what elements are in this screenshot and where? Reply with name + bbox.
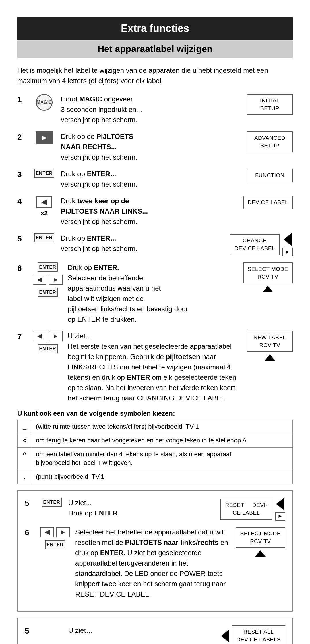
enter-icon-6a: ENTER — [38, 262, 58, 272]
step-5: 5 ENTER Druk op ENTER...verschijnt op he… — [17, 233, 293, 256]
step-7: 7 ◀ ► ENTER U ziet…Het eerste teken van … — [17, 331, 293, 403]
screen-advanced-setup: ADVANCEDSETUP — [247, 131, 293, 152]
screen-reset-all-wrapper: RESET ALLDEVICE LABELS — [221, 625, 285, 644]
step-text-3: Druk op ENTER...verschijnt op het scherm… — [61, 169, 242, 189]
box1-arrow-left-icon: ◀ — [40, 527, 54, 537]
step-num-3: 3 — [17, 169, 28, 179]
x2-label: x2 — [41, 210, 48, 217]
arrow-right-icon-7: ► — [49, 331, 63, 341]
screen-change-device-label: CHANGEDEVICE LABEL — [230, 234, 280, 255]
box1-step-icon-5: ENTER — [40, 498, 63, 507]
section-title: Het apparaatlabel wijzigen — [17, 40, 293, 58]
box1-arrow-icons-row: ◀ ► — [40, 527, 70, 537]
arrow-indicator-left — [284, 233, 292, 246]
step-1: 1 MAGIC Houd MAGIC ongeveer3 seconden in… — [17, 94, 293, 125]
enter-icon-7: ENTER — [38, 344, 58, 353]
right-side-arrows: ► — [282, 233, 293, 256]
symbol-char-caret: ^ — [18, 447, 32, 470]
step-4: 4 ◀ x2 Druk twee keer op dePIJLTOETS NAA… — [17, 196, 293, 227]
page: Extra functies Het apparaatlabel wijzige… — [0, 0, 310, 644]
symbol-desc-underscore: (witte ruimte tussen twee tekens/cijfers… — [32, 420, 293, 434]
step-text-6: Druk op ENTER.Selecteer de betreffendeap… — [68, 262, 238, 325]
symbol-char-dot: . — [18, 470, 32, 484]
arrow-icons-row-7: ◀ ► — [33, 331, 63, 341]
magic-icon: MAGIC — [36, 94, 53, 111]
screen-col-6: SELECT MODERCV TV — [243, 262, 293, 292]
triangle-up-6 — [263, 286, 273, 292]
arrow-right-filled-icon: ► — [36, 131, 53, 144]
box2-step-num-5: 5 — [25, 625, 35, 636]
step-text-5: Druk op ENTER...verschijnt op het scherm… — [61, 233, 225, 254]
step-num-5: 5 — [17, 233, 28, 244]
symbol-desc-dot: (punt) bijvoorbeeld TV.1 — [32, 470, 293, 484]
arrow-right-small-icon: ► — [282, 248, 293, 256]
step-num-7: 7 — [17, 331, 28, 341]
arrow-icons-row-6: ◀ ► — [33, 275, 63, 285]
symbols-header: U kunt ook een van de volgende symbolen … — [17, 410, 293, 417]
step-icon-7: ◀ ► ENTER — [33, 331, 63, 353]
step-num-2: 2 — [17, 131, 28, 142]
enter-icon-b1-5: ENTER — [42, 498, 62, 507]
intro-text: Het is mogelijk het label te wijzigen va… — [17, 65, 293, 86]
box1-step-num-6: 6 — [25, 527, 35, 537]
symbols-table: _ (witte ruimte tussen twee tekens/cijfe… — [17, 420, 293, 484]
screen-col-7: NEW LABELRCV TV — [247, 331, 293, 361]
step-icon-4: ◀ x2 — [33, 196, 56, 217]
symbol-row-lt: < om terug te keren naar het vorigeteken… — [18, 434, 293, 447]
screen-change-device-label-wrapper: CHANGEDEVICE LABEL ► — [230, 233, 293, 256]
box1-arrow-right-small: ► — [275, 512, 285, 521]
triangle-up-7 — [265, 354, 275, 361]
screen-reset-device-label-wrapper: RESET DEVI-CE LABEL ► — [220, 498, 285, 521]
step-icon-1: MAGIC — [33, 94, 56, 111]
step-icon-3: ENTER — [33, 169, 56, 178]
main-title: Extra functies — [17, 17, 293, 40]
section-box-reset-device-label: 5 ENTER U ziet...Druk op ENTER. RESET DE… — [17, 490, 293, 612]
enter-icon-6b: ENTER — [38, 288, 58, 297]
symbol-char-lt: < — [18, 434, 32, 447]
symbol-desc-lt: om terug te keren naar het vorigeteken e… — [32, 434, 293, 447]
screen-device-label: DEVICE LABEL — [243, 196, 293, 209]
step-icon-5: ENTER — [33, 233, 56, 242]
step-icon-6: ENTER ◀ ► ENTER — [33, 262, 63, 297]
step-text-7: U ziet…Het eerste teken van het geselect… — [68, 331, 242, 403]
arrow-left-icon-7: ◀ — [33, 331, 46, 341]
box1-right-arrows: ► — [275, 498, 285, 521]
arrow-right-icon-6: ► — [49, 275, 63, 285]
box1-arrow-indicator — [276, 498, 284, 510]
screen-reset-device-label: RESET DEVI-CE LABEL — [220, 499, 272, 520]
step-icon-2: ► — [33, 131, 56, 144]
box1-step-num-5: 5 — [25, 498, 35, 508]
box2-arrow-indicator — [221, 630, 229, 642]
step-text-2: Druk op de PIJLTOETSNAAR RECHTS...versch… — [61, 131, 242, 162]
box1-screen-col-6: SELECT MODERCV TV — [236, 527, 285, 557]
enter-icon-b1-6: ENTER — [45, 540, 65, 549]
symbol-char-underscore: _ — [18, 420, 32, 434]
box2-step-text-5: U ziet… — [68, 625, 216, 636]
box1-step-icon-6: ◀ ► ENTER — [40, 527, 70, 549]
symbol-desc-caret: om een label van minder dan 4 tekens op … — [32, 447, 293, 470]
box1-arrow-right-icon: ► — [56, 527, 70, 537]
step-text-4: Druk twee keer op dePIJLTOETS NAAR LINKS… — [61, 196, 238, 227]
box2-step-5: 5 U ziet… RESET ALLDEVICE LABELS — [25, 625, 285, 644]
screen-reset-all-device-labels: RESET ALLDEVICE LABELS — [232, 625, 285, 644]
box1-step-text-6: Selecteer het betreffende apparaatlabel … — [75, 527, 230, 599]
step-text-1: Houd MAGIC ongeveer3 seconden ingedrukt … — [61, 94, 242, 125]
step-3: 3 ENTER Druk op ENTER...verschijnt op he… — [17, 169, 293, 189]
symbol-row-dot: . (punt) bijvoorbeeld TV.1 — [18, 470, 293, 484]
symbol-row-underscore: _ (witte ruimte tussen twee tekens/cijfe… — [18, 420, 293, 434]
screen-new-label: NEW LABELRCV TV — [247, 331, 293, 352]
step-2: 2 ► Druk op de PIJLTOETSNAAR RECHTS...ve… — [17, 131, 293, 162]
screen-function: FUNCTION — [247, 169, 293, 182]
box1-step-5: 5 ENTER U ziet...Druk op ENTER. RESET DE… — [25, 498, 285, 521]
step-6: 6 ENTER ◀ ► ENTER Druk op ENTER.Selectee… — [17, 262, 293, 325]
screen-select-mode-b1: SELECT MODERCV TV — [236, 527, 285, 548]
step-num-1: 1 — [17, 94, 28, 104]
screen-initial-setup: INITIALSETUP — [247, 94, 293, 115]
enter-icon-3: ENTER — [34, 169, 54, 178]
screen-select-mode-6: SELECT MODERCV TV — [243, 262, 293, 283]
arrow-left-icon-6: ◀ — [33, 275, 46, 285]
step-num-6: 6 — [17, 262, 28, 273]
step-num-4: 4 — [17, 196, 28, 206]
section-box-reset-all: 5 U ziet… RESET ALLDEVICE LABELS 6 ENTER… — [17, 618, 293, 644]
triangle-up-b1 — [255, 550, 266, 557]
